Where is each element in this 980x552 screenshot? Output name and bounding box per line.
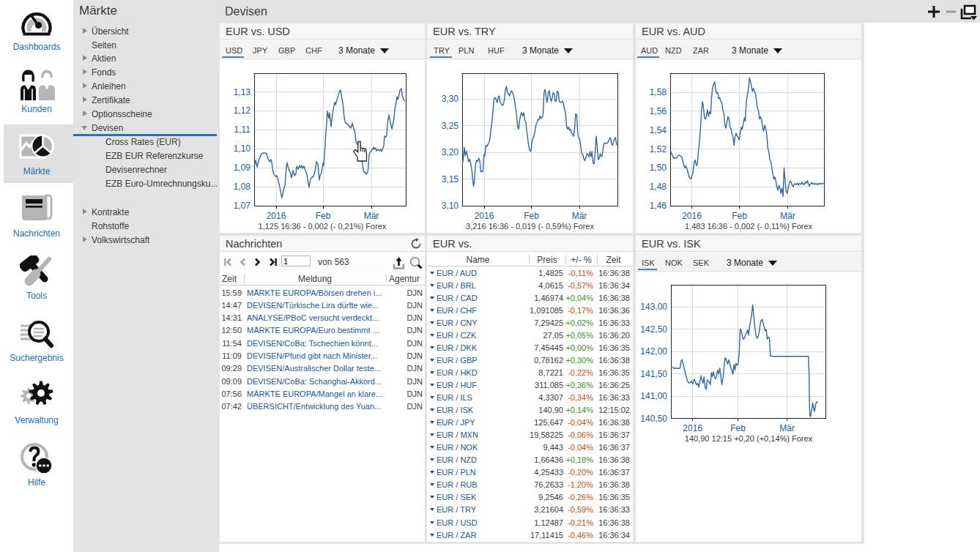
svg-text:1,46: 1,46 <box>650 201 667 211</box>
svg-text:140,50: 140,50 <box>640 414 667 424</box>
svg-text:2016: 2016 <box>683 423 702 433</box>
svg-text:3,30: 3,30 <box>442 94 459 104</box>
svg-text:2016: 2016 <box>267 211 286 221</box>
svg-text:1,12: 1,12 <box>234 105 251 116</box>
svg-text:141,50: 141,50 <box>640 369 667 379</box>
svg-text:1,58: 1,58 <box>650 87 667 97</box>
svg-text:1,07: 1,07 <box>234 201 251 211</box>
svg-text:1,11: 1,11 <box>234 124 251 135</box>
svg-text:Feb: Feb <box>524 211 539 221</box>
svg-text:Mär: Mär <box>364 211 379 221</box>
svg-text:Feb: Feb <box>316 211 331 221</box>
svg-text:1,56: 1,56 <box>650 106 667 116</box>
svg-text:Mär: Mär <box>779 423 795 433</box>
svg-text:141,00: 141,00 <box>640 391 667 401</box>
svg-text:1,09: 1,09 <box>234 163 251 173</box>
svg-text:Mär: Mär <box>780 211 795 221</box>
svg-text:140,90 12:15 +0,20 (+0,14%) Fo: 140,90 12:15 +0,20 (+0,14%) Forex <box>685 434 813 443</box>
svg-text:1,13: 1,13 <box>234 87 251 97</box>
svg-text:Mär: Mär <box>572 211 587 221</box>
svg-text:Feb: Feb <box>730 423 746 433</box>
svg-text:2016: 2016 <box>682 211 702 221</box>
svg-text:1,10: 1,10 <box>234 143 251 154</box>
svg-text:1,50: 1,50 <box>650 163 667 173</box>
svg-text:2016: 2016 <box>475 211 494 221</box>
svg-text:3,10: 3,10 <box>442 201 459 211</box>
svg-text:3,216 16:36 - 0,019 (- 0,59%): 3,216 16:36 - 0,019 (- 0,59%) Forex <box>466 222 594 231</box>
svg-text:1,54: 1,54 <box>650 125 667 135</box>
svg-text:1,125 16:36 - 0,002 (- 0,21%): 1,125 16:36 - 0,002 (- 0,21%) Forex <box>259 222 387 231</box>
svg-text:Feb: Feb <box>732 211 747 221</box>
svg-text:3,20: 3,20 <box>442 147 459 157</box>
svg-text:142,00: 142,00 <box>640 346 667 357</box>
svg-text:1,48: 1,48 <box>650 182 667 192</box>
svg-text:1,08: 1,08 <box>234 182 251 192</box>
svg-text:1,483 16:36 - 0,002 (- 0,11%): 1,483 16:36 - 0,002 (- 0,11%) Forex <box>685 222 813 231</box>
svg-text:143,00: 143,00 <box>640 302 667 312</box>
svg-text:3,25: 3,25 <box>442 121 459 131</box>
svg-text:1,52: 1,52 <box>650 144 667 154</box>
svg-text:142,50: 142,50 <box>640 324 667 335</box>
svg-text:3,15: 3,15 <box>442 174 459 184</box>
